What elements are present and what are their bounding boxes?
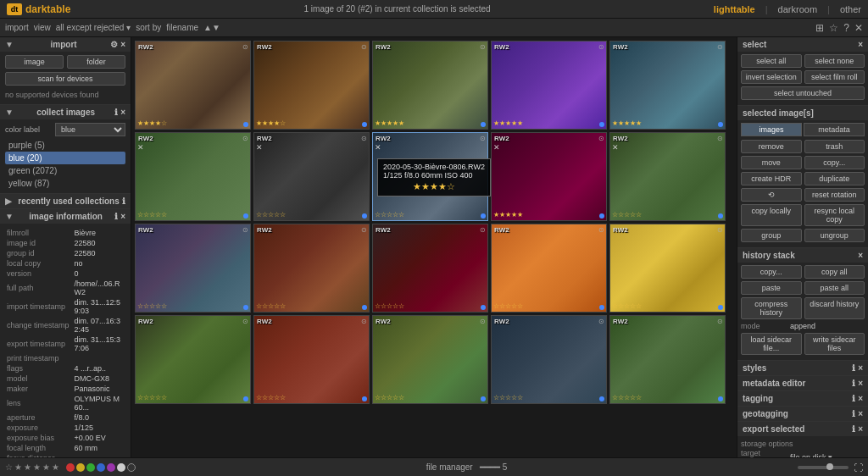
color-purple[interactable]: purple (5) xyxy=(5,139,125,152)
thumb-rating[interactable]: ☆☆☆☆☆ xyxy=(137,211,167,219)
create-hdr-btn[interactable]: create HDR xyxy=(741,172,802,185)
export-header[interactable]: export selected ℹ × xyxy=(737,422,868,436)
thumb-rating[interactable]: ☆☆☆☆☆ xyxy=(375,302,404,310)
thumb-reject-icon[interactable]: ✕ xyxy=(375,143,381,152)
image-thumb-1[interactable]: RW2⊙★★★★☆ xyxy=(135,41,251,130)
copy-locally-btn[interactable]: copy locally xyxy=(741,204,802,226)
thumb-rating[interactable]: ☆☆☆☆☆ xyxy=(256,394,286,401)
image-thumb-10[interactable]: RW2✕⊙☆☆☆☆☆ xyxy=(609,132,726,221)
settings-icon[interactable]: ✕ xyxy=(854,22,863,34)
image-thumb-2[interactable]: RW2⊙★★★★☆ xyxy=(253,41,370,130)
image-thumb-20[interactable]: RW2⊙☆☆☆☆☆ xyxy=(609,315,726,404)
image-thumb-3[interactable]: RW2⊙★★★★★ xyxy=(372,41,488,130)
trash-btn[interactable]: trash xyxy=(804,140,865,153)
thumb-rating[interactable]: ★★★★★ xyxy=(612,119,642,127)
star-5[interactable]: ★ xyxy=(52,462,59,472)
tagging-header[interactable]: tagging ℹ × xyxy=(737,391,868,406)
history-stack-header[interactable]: history stack × xyxy=(737,248,868,263)
group-btn[interactable]: group xyxy=(741,229,802,242)
star-4[interactable]: ★ xyxy=(42,462,50,472)
thumb-reject-icon[interactable]: ✕ xyxy=(612,143,619,152)
filter-dropdown[interactable]: all except rejected ▾ xyxy=(56,23,131,32)
compress-history-btn[interactable]: compress history xyxy=(741,297,802,319)
thumb-rating[interactable]: ☆☆☆☆☆ xyxy=(612,211,642,219)
image-thumb-6[interactable]: RW2✕⊙☆☆☆☆☆ xyxy=(135,132,251,221)
select-none-btn[interactable]: select none xyxy=(804,54,865,68)
thumb-rating[interactable]: ☆☆☆☆☆ xyxy=(612,394,642,401)
invert-selection-btn[interactable]: invert selection xyxy=(741,70,802,84)
image-thumb-8[interactable]: RW2✕⊙☆☆☆☆☆2020-05-30-Bièvre-0806.RW21/12… xyxy=(372,132,488,221)
thumb-rating[interactable]: ★★★★★ xyxy=(375,119,404,127)
image-thumb-17[interactable]: RW2⊙☆☆☆☆☆ xyxy=(253,315,370,404)
image-thumb-18[interactable]: RW2⊙☆☆☆☆☆ xyxy=(372,315,488,404)
color-dot-red[interactable] xyxy=(66,463,75,472)
grid-view-icon[interactable]: ⊞ xyxy=(815,22,824,34)
folder-btn[interactable]: folder xyxy=(67,55,125,69)
image-thumb-15[interactable]: RW2⊙☆☆☆☆☆ xyxy=(609,224,726,313)
star-2[interactable]: ★ xyxy=(24,462,31,472)
fullscreen-icon[interactable]: ⛶ xyxy=(854,462,863,473)
import-header[interactable]: ▼ import ⚙ × xyxy=(0,37,131,52)
thumb-rating[interactable]: ☆☆☆☆☆ xyxy=(256,211,286,219)
image-thumb-19[interactable]: RW2⊙☆☆☆☆☆ xyxy=(491,315,607,404)
image-btn[interactable]: image xyxy=(5,55,64,69)
select-all-btn[interactable]: select all xyxy=(741,54,802,68)
copy-btn[interactable]: copy... xyxy=(804,156,865,169)
thumb-rating[interactable]: ★★★★☆ xyxy=(256,119,286,127)
thumb-rating[interactable]: ☆☆☆☆☆ xyxy=(375,394,404,401)
remove-btn[interactable]: remove xyxy=(741,140,802,153)
image-info-header[interactable]: ▼ image information ℹ × xyxy=(0,209,131,224)
styles-header[interactable]: styles ℹ × xyxy=(737,361,868,375)
thumb-reject-icon[interactable]: ✕ xyxy=(256,143,263,152)
paste-all-btn[interactable]: paste all xyxy=(804,281,865,295)
sort-select[interactable]: filename xyxy=(166,23,198,32)
color-blue[interactable]: blue (20) xyxy=(5,152,125,164)
collect-header[interactable]: ▼ collect images ℹ × xyxy=(0,105,131,119)
recent-header[interactable]: ▶ recently used collections ℹ xyxy=(0,194,131,208)
image-thumb-14[interactable]: RW2⊙☆☆☆☆☆ xyxy=(491,224,607,313)
import-btn[interactable]: import xyxy=(5,23,29,32)
help-icon[interactable]: ? xyxy=(843,22,849,34)
copy-all-btn[interactable]: copy all xyxy=(804,265,865,279)
thumb-rating[interactable]: ★★★★☆ xyxy=(137,119,167,127)
thumb-rating[interactable]: ★★★★★ xyxy=(493,119,523,127)
sort-order-icons[interactable]: ▲▼ xyxy=(203,23,220,32)
color-yellow[interactable]: yellow (87) xyxy=(5,177,125,190)
reset-rotation-btn[interactable]: reset rotation xyxy=(804,188,865,202)
write-sidecar-btn[interactable]: write sidecar files xyxy=(804,333,865,355)
image-thumb-9[interactable]: RW2✕⊙★★★★★ xyxy=(491,132,607,221)
thumb-reject-icon[interactable]: ✕ xyxy=(137,143,144,152)
color-dot-blue[interactable] xyxy=(97,463,105,472)
image-thumb-11[interactable]: RW2⊙☆☆☆☆☆ xyxy=(135,224,251,313)
paste-btn[interactable]: paste xyxy=(741,281,802,295)
select-untouched-btn[interactable]: select untouched xyxy=(741,86,865,100)
star-0[interactable]: ☆ xyxy=(5,462,13,472)
thumb-rating[interactable]: ☆☆☆☆☆ xyxy=(137,302,167,310)
color-dot-purple[interactable] xyxy=(107,463,115,472)
select-film-roll-btn[interactable]: select film roll xyxy=(804,70,865,84)
thumb-rating[interactable]: ☆☆☆☆☆ xyxy=(493,302,523,310)
thumb-reject-icon[interactable]: ✕ xyxy=(493,143,500,152)
copy-history-btn[interactable]: copy... xyxy=(741,265,802,279)
image-thumb-7[interactable]: RW2✕⊙☆☆☆☆☆ xyxy=(253,132,370,221)
select-header[interactable]: select × xyxy=(737,37,868,52)
image-thumb-5[interactable]: RW2⊙★★★★★ xyxy=(609,41,726,130)
move-btn[interactable]: move xyxy=(741,156,802,169)
discard-history-btn[interactable]: discard history xyxy=(804,297,865,319)
image-thumb-4[interactable]: RW2⊙★★★★★ xyxy=(491,41,607,130)
metadata-tab[interactable]: metadata xyxy=(804,123,865,136)
lighttable-mode-btn[interactable]: lighttable xyxy=(714,4,755,14)
darkroom-mode-btn[interactable]: darkroom xyxy=(778,4,817,14)
resync-local-copy-btn[interactable]: resync local copy xyxy=(804,204,865,226)
other-mode-btn[interactable]: other xyxy=(840,4,861,14)
star-icon[interactable]: ☆ xyxy=(829,22,838,34)
images-tab[interactable]: images xyxy=(741,123,802,136)
selected-images-header[interactable]: selected image[s] xyxy=(737,106,868,120)
thumb-rating[interactable]: ☆☆☆☆☆ xyxy=(493,394,523,401)
thumb-rating[interactable]: ☆☆☆☆☆ xyxy=(612,302,642,310)
geotagging-header[interactable]: geotagging ℹ × xyxy=(737,407,868,421)
color-dot-yellow[interactable] xyxy=(76,463,85,472)
color-label-select[interactable]: blue xyxy=(55,123,125,136)
image-thumb-16[interactable]: RW2⊙☆☆☆☆☆ xyxy=(135,315,251,404)
scan-btn[interactable]: scan for devices xyxy=(5,72,125,86)
